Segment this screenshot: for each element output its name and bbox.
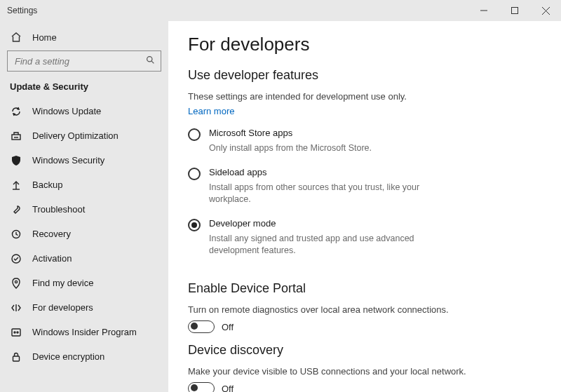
sidebar-item-label: Recovery [32,229,71,239]
radio-sub: Install apps from other sources that you… [209,182,447,205]
device-discovery-description: Make your device visible to USB connecti… [188,366,541,377]
radio-icon [188,219,201,231]
section-dev-features-heading: Use developer features [188,68,541,83]
sidebar-item-label: Backup [32,180,62,190]
sidebar-item-backup[interactable]: Backup [0,173,168,197]
backup-icon [10,179,22,191]
radio-label: Developer mode [209,218,447,229]
section-device-discovery-heading: Device discovery [188,343,541,358]
svg-line-5 [151,61,154,63]
sidebar-category: Update & Security [0,81,168,99]
svg-rect-14 [12,329,20,336]
radio-icon [188,128,201,141]
device-discovery-toggle-state: Off [222,384,234,392]
sidebar: Home Update & Security Windows Update [0,21,168,392]
radio-option-developer-mode[interactable]: Developer mode Install any signed and tr… [188,218,541,266]
radio-sub: Install any signed and trusted app and u… [209,233,447,257]
maximize-button[interactable] [499,0,530,21]
sidebar-item-label: Windows Insider Program [32,327,137,337]
radio-label: Microsoft Store apps [209,128,372,138]
search-input-wrapper[interactable] [7,50,161,72]
sidebar-item-label: For developers [32,302,93,313]
radio-option-store-apps[interactable]: Microsoft Store apps Only install apps f… [188,128,541,164]
developers-icon [10,302,22,314]
svg-point-16 [17,332,18,333]
svg-point-15 [14,332,15,333]
learn-more-link[interactable]: Learn more [188,106,234,116]
svg-point-11 [12,255,20,263]
sidebar-home[interactable]: Home [0,25,168,50]
svg-rect-17 [13,356,20,361]
radio-label: Sideload apps [209,167,447,177]
section-device-portal-heading: Enable Device Portal [188,281,541,296]
sidebar-item-label: Delivery Optimization [32,130,119,141]
sidebar-item-windows-security[interactable]: Windows Security [0,148,168,173]
sidebar-item-label: Find my device [32,278,93,288]
check-circle-icon [10,252,22,265]
dev-features-description: These settings are intended for developm… [188,91,541,102]
device-portal-toggle[interactable] [188,320,215,333]
insider-icon [10,326,22,339]
search-input[interactable] [13,55,146,67]
sidebar-item-label: Device encryption [32,351,104,362]
home-icon [10,31,22,43]
minimize-button[interactable] [468,0,499,21]
sidebar-item-windows-update[interactable]: Windows Update [0,99,168,123]
close-button[interactable] [530,0,561,21]
sidebar-item-find-my-device[interactable]: Find my device [0,271,168,295]
search-icon [146,55,155,67]
recovery-icon [10,228,22,241]
sidebar-item-label: Windows Update [32,106,101,116]
device-discovery-toggle[interactable] [188,382,215,392]
radio-option-sideload[interactable]: Sideload apps Install apps from other so… [188,167,541,215]
sidebar-nav: Windows Update Delivery Optimization Win… [0,99,168,369]
sidebar-item-label: Troubleshoot [32,204,85,215]
sync-icon [10,105,22,118]
sidebar-item-recovery[interactable]: Recovery [0,222,168,246]
sidebar-item-troubleshoot[interactable]: Troubleshoot [0,197,168,222]
radio-sub: Only install apps from the Microsoft Sto… [209,142,372,154]
svg-point-4 [147,57,152,62]
window-title: Settings [7,6,37,15]
device-portal-toggle-state: Off [222,322,234,332]
sidebar-item-windows-insider[interactable]: Windows Insider Program [0,320,168,344]
svg-rect-1 [512,8,518,14]
location-icon [10,277,22,290]
wrench-icon [10,203,22,216]
sidebar-item-label: Activation [32,253,72,264]
sidebar-item-device-encryption[interactable]: Device encryption [0,344,168,369]
sidebar-home-label: Home [32,32,57,43]
sidebar-item-for-developers[interactable]: For developers [0,295,168,320]
sidebar-item-activation[interactable]: Activation [0,246,168,271]
window-titlebar: Settings [0,0,561,21]
delivery-icon [10,130,22,142]
content-area: For developers Use developer features Th… [168,21,561,392]
sidebar-item-delivery-optimization[interactable]: Delivery Optimization [0,123,168,148]
window-controls [468,0,561,21]
sidebar-item-label: Windows Security [32,155,104,165]
shield-icon [10,154,22,167]
page-title: For developers [188,34,541,55]
radio-icon [188,168,201,180]
device-portal-description: Turn on remote diagnostics over local ar… [188,304,541,315]
svg-point-12 [15,281,17,283]
lock-icon [10,351,22,363]
